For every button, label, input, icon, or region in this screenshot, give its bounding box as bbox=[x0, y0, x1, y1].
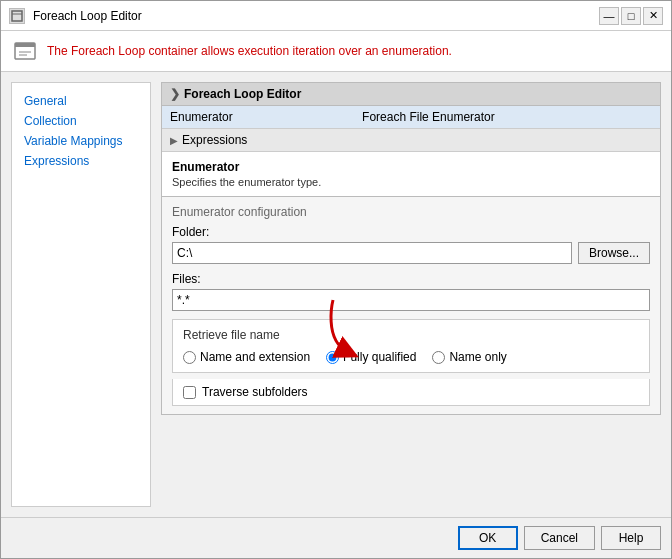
files-label: Files: bbox=[172, 272, 650, 286]
panel-title: Foreach Loop Editor bbox=[184, 87, 301, 101]
footer: OK Cancel Help bbox=[1, 517, 671, 558]
title-bar-left: Foreach Loop Editor bbox=[9, 8, 142, 24]
radio-name-only-label: Name only bbox=[449, 350, 506, 364]
folder-row: Browse... bbox=[172, 242, 650, 264]
expressions-label: ▶Expressions bbox=[162, 129, 354, 152]
ok-button[interactable]: OK bbox=[458, 526, 518, 550]
info-text: The Foreach Loop container allows execut… bbox=[47, 44, 452, 58]
nav-item-variable-mappings[interactable]: Variable Mappings bbox=[12, 131, 150, 151]
foreach-loop-editor-window: Foreach Loop Editor — □ ✕ The Foreach Lo… bbox=[0, 0, 672, 559]
title-bar: Foreach Loop Editor — □ ✕ bbox=[1, 1, 671, 31]
info-icon bbox=[13, 39, 37, 63]
enumerator-description-section: Enumerator Specifies the enumerator type… bbox=[161, 152, 661, 197]
panel-chevron: ❯ bbox=[170, 87, 180, 101]
radio-name-ext-input[interactable] bbox=[183, 351, 196, 364]
enumerator-title: Enumerator bbox=[172, 160, 650, 174]
radio-group: Name and extension Fully qualified Name … bbox=[183, 350, 639, 364]
nav-item-general[interactable]: General bbox=[12, 91, 150, 111]
help-button[interactable]: Help bbox=[601, 526, 661, 550]
panel-header-title: ❯ Foreach Loop Editor bbox=[162, 83, 660, 106]
radio-fully-qualified-input[interactable] bbox=[326, 351, 339, 364]
radio-name-ext-label: Name and extension bbox=[200, 350, 310, 364]
nav-item-expressions[interactable]: Expressions bbox=[12, 151, 150, 171]
enumerator-desc: Specifies the enumerator type. bbox=[172, 176, 650, 188]
radio-fully-qualified-label: Fully qualified bbox=[343, 350, 416, 364]
browse-button[interactable]: Browse... bbox=[578, 242, 650, 264]
traverse-row: Traverse subfolders bbox=[172, 379, 650, 406]
folder-label: Folder: bbox=[172, 225, 650, 239]
title-buttons: — □ ✕ bbox=[599, 7, 663, 25]
traverse-checkbox[interactable] bbox=[183, 386, 196, 399]
panel-table: Enumerator Foreach File Enumerator ▶Expr… bbox=[162, 106, 660, 152]
radio-fully-qualified[interactable]: Fully qualified bbox=[326, 350, 416, 364]
config-section: Enumerator configuration Folder: Browse.… bbox=[161, 197, 661, 415]
close-button[interactable]: ✕ bbox=[643, 7, 663, 25]
svg-rect-0 bbox=[12, 11, 22, 21]
expand-icon: ▶ bbox=[170, 135, 178, 146]
retrieve-section: Retrieve file name Name and extension Fu… bbox=[172, 319, 650, 373]
config-title: Enumerator configuration bbox=[172, 205, 650, 219]
maximize-button[interactable]: □ bbox=[621, 7, 641, 25]
files-input[interactable] bbox=[172, 289, 650, 311]
expressions-value bbox=[354, 129, 660, 152]
folder-input[interactable] bbox=[172, 242, 572, 264]
retrieve-title: Retrieve file name bbox=[183, 328, 639, 342]
minimize-button[interactable]: — bbox=[599, 7, 619, 25]
nav-item-collection[interactable]: Collection bbox=[12, 111, 150, 131]
table-row-enumerator[interactable]: Enumerator Foreach File Enumerator bbox=[162, 106, 660, 129]
radio-name-only[interactable]: Name only bbox=[432, 350, 506, 364]
radio-name-only-input[interactable] bbox=[432, 351, 445, 364]
svg-rect-3 bbox=[15, 43, 35, 47]
enumerator-label: Enumerator bbox=[162, 106, 354, 129]
radio-name-and-ext[interactable]: Name and extension bbox=[183, 350, 310, 364]
right-panel: ❯ Foreach Loop Editor Enumerator Foreach… bbox=[161, 82, 661, 507]
table-row-expressions[interactable]: ▶Expressions bbox=[162, 129, 660, 152]
window-title: Foreach Loop Editor bbox=[33, 9, 142, 23]
traverse-label: Traverse subfolders bbox=[202, 385, 308, 399]
window-icon bbox=[9, 8, 25, 24]
panel-header: ❯ Foreach Loop Editor Enumerator Foreach… bbox=[161, 82, 661, 152]
main-content: General Collection Variable Mappings Exp… bbox=[1, 72, 671, 517]
left-nav: General Collection Variable Mappings Exp… bbox=[11, 82, 151, 507]
enumerator-value: Foreach File Enumerator bbox=[354, 106, 660, 129]
cancel-button[interactable]: Cancel bbox=[524, 526, 595, 550]
info-bar: The Foreach Loop container allows execut… bbox=[1, 31, 671, 72]
